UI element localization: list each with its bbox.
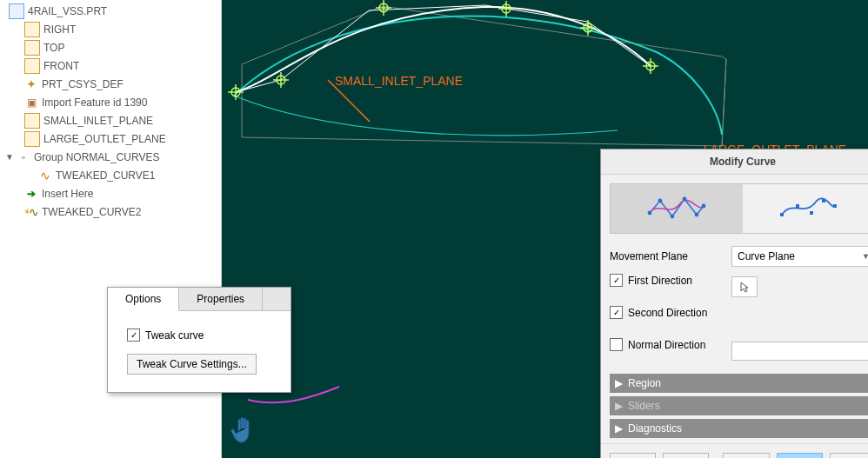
- tree-insert-here[interactable]: ➔Insert Here: [0, 184, 221, 202]
- svg-point-24: [695, 213, 699, 217]
- tweak-curve-checkbox[interactable]: Tweak curve: [127, 329, 271, 342]
- graphics-viewport[interactable]: SMALL_INLET_PLANE LARGE_OUTLET_PLANE Mod…: [222, 0, 868, 458]
- section-sliders: ▶Sliders: [610, 396, 868, 415]
- tree-import[interactable]: ▣Import Feature id 1390: [0, 93, 221, 111]
- apply-button[interactable]: Apply: [723, 453, 769, 458]
- checkbox-icon: [610, 306, 623, 319]
- datum-plane-icon: [24, 22, 40, 37]
- movement-plane-dropdown[interactable]: Curve Plane ▼: [731, 246, 868, 267]
- mode-control-polygon-button[interactable]: [611, 184, 743, 233]
- undo-button[interactable]: Undo: [610, 453, 656, 458]
- tree-group[interactable]: ▼▫Group NORMAL_CURVES: [0, 148, 221, 166]
- datum-plane-icon: [24, 113, 40, 129]
- import-icon: ▣: [24, 96, 38, 110]
- svg-point-20: [648, 211, 652, 216]
- svg-point-25: [702, 204, 706, 209]
- checkbox-icon: [610, 338, 623, 351]
- cancel-button[interactable]: Cancel: [830, 453, 868, 458]
- tab-options[interactable]: Options: [108, 288, 179, 311]
- hand-cursor-icon: [226, 413, 261, 448]
- datum-plane-icon: [24, 40, 40, 56]
- tree-csys[interactable]: ✦PRT_CSYS_DEF: [0, 75, 221, 93]
- expand-icon: ▶: [615, 377, 623, 389]
- chevron-down-icon: ▼: [862, 252, 868, 261]
- tab-properties[interactable]: Properties: [179, 288, 263, 310]
- svg-point-23: [683, 197, 687, 202]
- datum-plane-icon: [24, 58, 40, 74]
- svg-point-22: [671, 215, 675, 219]
- mode-through-points-button[interactable]: [743, 184, 868, 233]
- svg-rect-26: [780, 213, 784, 216]
- modify-curve-dialog: Modify Curve ✕: [600, 149, 868, 458]
- tree-right[interactable]: RIGHT: [0, 20, 221, 38]
- checkbox-icon: [127, 329, 140, 342]
- viewport-label-small-inlet: SMALL_INLET_PLANE: [335, 74, 463, 88]
- tree-tweaked1[interactable]: ∿TWEAKED_CURVE1: [0, 166, 221, 184]
- tree-root[interactable]: 4RAIL_VSS.PRT: [0, 2, 221, 20]
- collapse-icon[interactable]: ▼: [5, 152, 13, 162]
- curve-icon: ∿: [38, 169, 52, 183]
- csys-icon: ✦: [24, 77, 38, 91]
- datum-plane-icon: [24, 131, 40, 147]
- dialog-title-text: Modify Curve: [710, 156, 776, 168]
- svg-rect-27: [796, 204, 799, 208]
- part-icon: [9, 3, 24, 19]
- control-polygon-icon: [646, 196, 707, 222]
- insert-here-icon: ➔: [24, 187, 38, 201]
- movement-plane-value: Curve Plane: [738, 250, 795, 262]
- group-icon: ▫: [17, 150, 30, 164]
- svg-rect-28: [810, 211, 813, 215]
- svg-rect-29: [822, 199, 825, 202]
- svg-rect-30: [833, 204, 837, 208]
- section-region[interactable]: ▶Region: [610, 374, 868, 393]
- new-feature-icon: ✶∿: [24, 205, 38, 219]
- tree-small-inlet[interactable]: SMALL_INLET_PLANE: [0, 111, 221, 129]
- movement-plane-label: Movement Plane: [610, 250, 731, 262]
- first-direction-checkbox[interactable]: First Direction: [610, 274, 731, 287]
- dialog-titlebar[interactable]: Modify Curve ✕: [601, 149, 868, 175]
- normal-direction-field[interactable]: [731, 342, 868, 361]
- checkbox-icon: [610, 274, 623, 287]
- tree-top[interactable]: TOP: [0, 38, 221, 56]
- svg-point-21: [658, 199, 663, 203]
- second-direction-checkbox[interactable]: Second Direction: [610, 306, 731, 319]
- redo-button[interactable]: Redo: [663, 453, 709, 458]
- svg-line-0: [722, 59, 726, 146]
- curve-mode-selector: [610, 183, 868, 234]
- arrow-cursor-icon: [738, 281, 751, 293]
- close-icon[interactable]: ✕: [864, 153, 868, 169]
- curve-options-popup: Options Properties Tweak curve Tweak Cur…: [107, 287, 291, 393]
- tweak-curve-settings-button[interactable]: Tweak Curve Settings...: [127, 354, 257, 375]
- tree-large-outlet[interactable]: LARGE_OUTLET_PLANE: [0, 129, 221, 148]
- expand-icon: ▶: [615, 400, 623, 412]
- expand-icon: ▶: [615, 422, 623, 435]
- ok-button[interactable]: OK: [777, 453, 823, 458]
- through-points-icon: [778, 196, 839, 222]
- direction-picker-button[interactable]: [731, 276, 758, 297]
- tree-tweaked2[interactable]: ✶∿TWEAKED_CURVE2: [0, 202, 221, 221]
- normal-direction-checkbox[interactable]: Normal Direction: [610, 338, 731, 351]
- section-diagnostics[interactable]: ▶Diagnostics: [610, 419, 868, 438]
- tree-front[interactable]: FRONT: [0, 56, 221, 75]
